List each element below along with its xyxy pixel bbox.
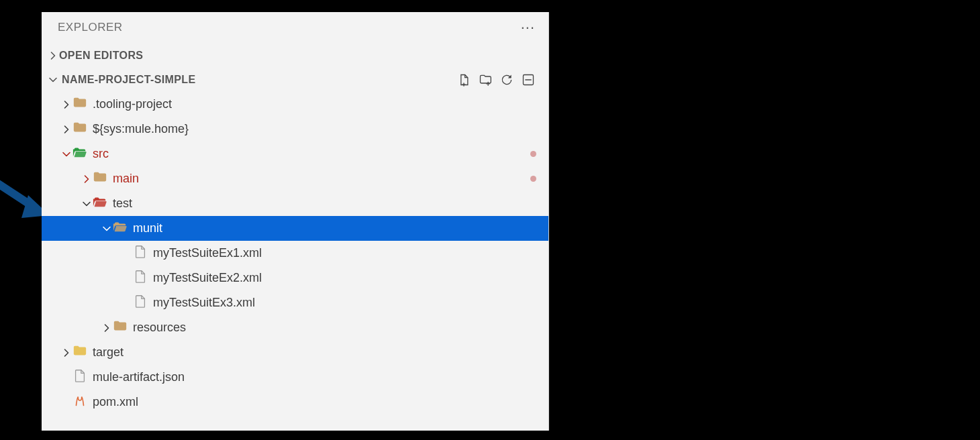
folder-icon	[72, 343, 93, 362]
tree-folder[interactable]: resources	[42, 315, 548, 340]
explorer-panel: EXPLORER ··· OPEN EDITORS NAME-PROJECT-S…	[42, 12, 549, 431]
tree-item-label: ${sys:mule.home}	[93, 122, 548, 136]
tree-item-label: .tooling-project	[93, 97, 548, 111]
open-editors-label: OPEN EDITORS	[59, 50, 143, 62]
status-dot-icon	[530, 176, 536, 182]
tree-folder[interactable]: src	[42, 142, 548, 166]
tree-item-label: target	[93, 345, 548, 360]
project-name: NAME-PROJECT-SIMPLE	[62, 74, 457, 86]
collapse-all-icon[interactable]	[522, 73, 535, 87]
tree-item-label: src	[93, 147, 530, 161]
file-tree: .tooling-project${sys:mule.home}srcmaint…	[42, 92, 548, 415]
open-editors-section[interactable]: OPEN EDITORS	[42, 43, 548, 68]
chevron-right-icon	[81, 173, 93, 185]
tree-item-label: munit	[133, 221, 548, 235]
tree-file[interactable]: mule-artifact.json	[42, 365, 548, 390]
explorer-title: EXPLORER	[58, 21, 123, 34]
chevron-down-icon	[60, 148, 72, 160]
tree-folder[interactable]: main	[42, 166, 548, 191]
chevron-right-icon	[60, 123, 72, 135]
tree-file[interactable]: myTestSuiteEx1.xml	[42, 241, 548, 266]
file-icon	[133, 294, 153, 312]
file-icon	[133, 269, 153, 287]
tree-folder[interactable]: ${sys:mule.home}	[42, 117, 548, 142]
tree-item-label: test	[113, 197, 548, 211]
explorer-header: EXPLORER ···	[42, 12, 548, 43]
tree-item-label: resources	[133, 321, 548, 335]
tree-folder[interactable]: test	[42, 191, 548, 216]
folder-icon	[93, 195, 113, 213]
file-icon	[133, 244, 153, 262]
tree-folder[interactable]: munit	[42, 216, 548, 241]
tree-folder[interactable]: target	[42, 340, 548, 365]
project-section-header[interactable]: NAME-PROJECT-SIMPLE	[42, 68, 548, 92]
chevron-down-icon	[101, 223, 113, 235]
more-actions-icon[interactable]: ···	[521, 19, 535, 36]
tree-item-label: myTestSuitEx3.xml	[153, 296, 548, 310]
folder-icon	[113, 219, 133, 237]
tree-folder[interactable]: .tooling-project	[42, 92, 548, 117]
tree-file[interactable]: pom.xml	[42, 390, 548, 415]
maven-icon	[72, 393, 93, 411]
folder-icon	[72, 120, 93, 138]
new-file-icon[interactable]	[457, 73, 471, 87]
status-dot-icon	[530, 151, 536, 157]
refresh-icon[interactable]	[500, 73, 513, 87]
tree-item-label: main	[113, 172, 530, 186]
chevron-right-icon	[60, 347, 72, 359]
chevron-down-icon	[81, 198, 93, 210]
folder-icon	[72, 145, 93, 163]
folder-icon	[93, 170, 113, 188]
tree-file[interactable]: myTestSuiteEx2.xml	[42, 266, 548, 290]
chevron-down-icon	[47, 74, 59, 86]
new-folder-icon[interactable]	[479, 73, 492, 87]
tree-item-label: pom.xml	[93, 395, 548, 409]
chevron-right-icon	[101, 322, 113, 334]
chevron-right-icon	[47, 50, 59, 62]
tree-item-label: myTestSuiteEx2.xml	[153, 271, 548, 285]
tree-item-label: myTestSuiteEx1.xml	[153, 246, 548, 260]
chevron-right-icon	[60, 99, 72, 111]
tree-item-label: mule-artifact.json	[93, 370, 548, 384]
folder-icon	[113, 319, 133, 337]
tree-file[interactable]: myTestSuitEx3.xml	[42, 290, 548, 315]
folder-icon	[72, 95, 93, 113]
file-icon	[72, 368, 93, 386]
